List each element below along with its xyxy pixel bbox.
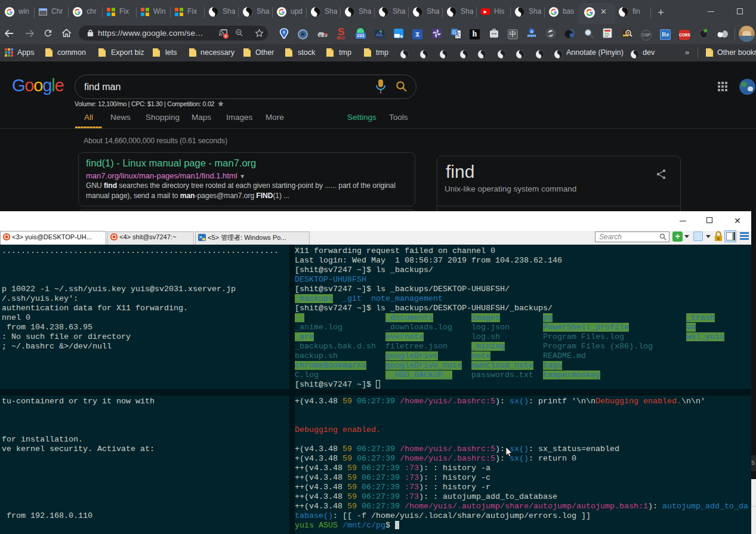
svg-text:G: G	[452, 29, 456, 35]
svg-text:a: a	[530, 29, 533, 34]
